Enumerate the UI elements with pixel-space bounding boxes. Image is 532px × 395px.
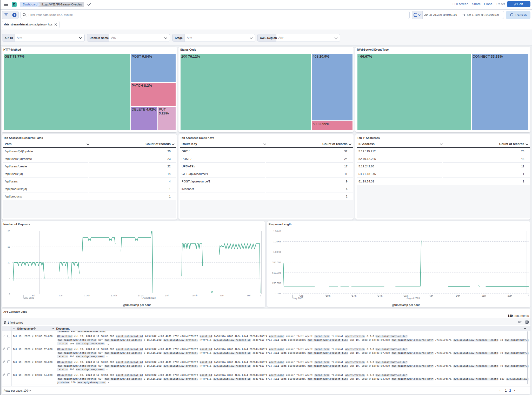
svg-text:28th: 28th (508, 294, 512, 297)
svg-text:10th: 10th (326, 294, 330, 297)
svg-text:July 2023: July 2023 (24, 296, 34, 299)
svg-text:21st: 21st (482, 294, 486, 297)
svg-text:21st: 21st (220, 294, 224, 297)
svg-text:14th: 14th (456, 294, 460, 297)
svg-text:512.00B: 512.00B (272, 271, 281, 274)
svg-text:0.00B: 0.00B (275, 292, 281, 295)
svg-text:August 2023: August 2023 (407, 297, 420, 299)
svg-text:10: 10 (8, 261, 10, 264)
svg-text:24th: 24th (378, 294, 383, 297)
svg-text:24th: 24th (112, 294, 117, 297)
svg-text:15: 15 (8, 246, 10, 248)
svg-text:7th: 7th (430, 294, 433, 297)
svg-text:14th: 14th (193, 294, 197, 297)
svg-text:1.25KB: 1.25KB (273, 240, 281, 243)
svg-text:17th: 17th (85, 294, 90, 297)
svg-text:28th: 28th (247, 294, 251, 297)
svg-text:@timestamp per hour: @timestamp per hour (391, 303, 420, 307)
svg-text:7th: 7th (166, 294, 169, 297)
svg-text:5: 5 (9, 277, 10, 280)
svg-text:August 2023: August 2023 (142, 296, 156, 299)
svg-text:17th: 17th (352, 294, 356, 297)
svg-text:@timestamp per hour: @timestamp per hour (123, 303, 151, 307)
svg-text:256.00B: 256.00B (272, 282, 281, 284)
svg-text:0: 0 (9, 293, 10, 295)
svg-text:20: 20 (8, 230, 10, 232)
svg-text:July 2023: July 2023 (293, 297, 303, 299)
svg-text:10th: 10th (58, 294, 63, 297)
svg-text:768.00B: 768.00B (272, 261, 281, 263)
svg-text:1.50KB: 1.50KB (273, 230, 281, 232)
svg-text:1.00KB: 1.00KB (273, 250, 281, 253)
